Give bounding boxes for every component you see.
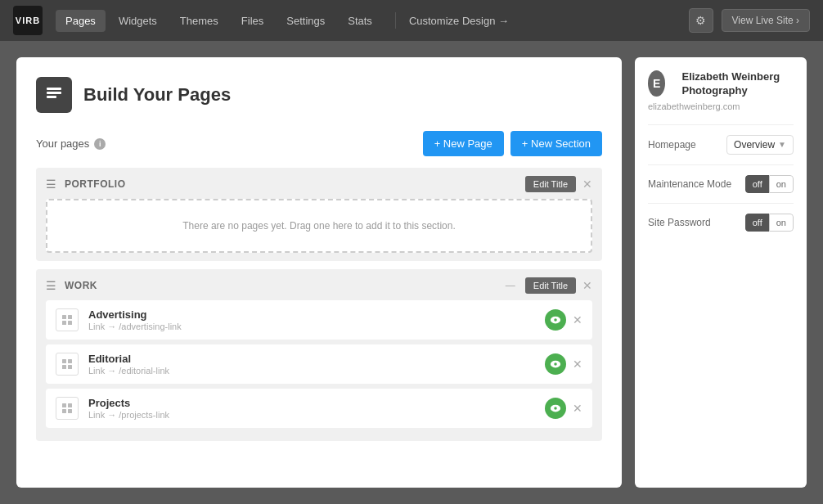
- page-item-advertising-info: Advertising Link → /advertising-link: [88, 308, 535, 331]
- site-header-row: E Elizabeth Weinberg Photography: [648, 70, 794, 98]
- svg-rect-2: [47, 96, 56, 98]
- homepage-label: Homepage: [648, 139, 696, 151]
- page-item-advertising-icon: [56, 308, 79, 331]
- nav-link-themes[interactable]: Themes: [170, 10, 228, 32]
- section-work-header: ☰ WORK — Edit Title ✕: [46, 277, 592, 294]
- edit-title-work-button[interactable]: Edit Title: [525, 277, 576, 294]
- site-name: Elizabeth Weinberg Photography: [681, 70, 794, 98]
- divider-2: [648, 164, 794, 165]
- site-info: E Elizabeth Weinberg Photography elizabe…: [648, 70, 794, 111]
- section-portfolio: ☰ PORTFOLIO Edit Title ✕ There are no pa…: [36, 168, 602, 261]
- eye-icon: [550, 314, 561, 326]
- page-item-editorial: Editorial Link → /editorial-link ✕: [46, 344, 592, 384]
- delete-portfolio-button[interactable]: ✕: [582, 178, 592, 191]
- chevron-down-icon: ▼: [778, 140, 786, 149]
- visibility-advertising-button[interactable]: [545, 309, 566, 331]
- advertising-page-link: Link → /advertising-link: [88, 322, 535, 331]
- site-password-toggle: off on: [745, 214, 794, 232]
- delete-work-button[interactable]: ✕: [582, 279, 592, 292]
- page-item-projects-icon: [56, 397, 79, 420]
- site-url: elizabethweinberg.com: [648, 101, 794, 111]
- visibility-editorial-button[interactable]: [545, 353, 566, 375]
- new-page-button[interactable]: + New Page: [423, 131, 504, 156]
- section-work-drag-icon: ☰: [46, 279, 56, 292]
- svg-rect-17: [62, 409, 66, 413]
- section-drag-icon: ☰: [46, 178, 56, 191]
- left-panel: Build Your Pages Your pages i + New Page…: [16, 57, 622, 488]
- customize-design-link[interactable]: Customize Design →: [409, 15, 509, 27]
- maintenance-on-button[interactable]: on: [769, 175, 794, 193]
- nav-link-settings[interactable]: Settings: [277, 10, 335, 32]
- svg-rect-18: [68, 409, 72, 413]
- new-section-button[interactable]: + New Section: [510, 131, 602, 156]
- nav-right: ⚙ View Live Site ›: [689, 8, 810, 33]
- svg-rect-16: [68, 403, 72, 407]
- svg-rect-6: [68, 321, 72, 325]
- svg-rect-4: [68, 315, 72, 319]
- toolbar-buttons: + New Page + New Section: [423, 131, 602, 156]
- svg-rect-11: [62, 365, 66, 369]
- svg-rect-15: [62, 403, 66, 407]
- svg-rect-5: [62, 321, 66, 325]
- homepage-dropdown[interactable]: Overview ▼: [726, 135, 794, 155]
- nav-link-pages[interactable]: Pages: [56, 10, 106, 32]
- site-name-block: Elizabeth Weinberg Photography: [681, 70, 794, 98]
- svg-rect-10: [68, 359, 72, 363]
- eye-icon: [550, 403, 561, 414]
- maintenance-off-button[interactable]: off: [745, 175, 769, 193]
- page-item-projects-info: Projects Link → /projects-link: [88, 397, 535, 420]
- maintenance-mode-label: Maintenance Mode: [648, 178, 731, 190]
- svg-point-8: [554, 318, 557, 322]
- pages-icon: [44, 85, 64, 105]
- delete-projects-button[interactable]: ✕: [573, 402, 582, 415]
- main-content: Build Your Pages Your pages i + New Page…: [0, 41, 823, 504]
- top-navigation: VIRB Pages Widgets Themes Files Settings…: [0, 0, 823, 41]
- svg-point-14: [554, 362, 557, 366]
- section-work-actions: — Edit Title ✕: [506, 277, 592, 294]
- delete-editorial-button[interactable]: ✕: [573, 358, 582, 371]
- advertising-page-name: Advertising: [88, 308, 535, 321]
- advertising-page-actions: ✕: [545, 309, 582, 331]
- page-item-editorial-info: Editorial Link → /editorial-link: [88, 353, 535, 376]
- portfolio-empty-message: There are no pages yet. Drag one here to…: [46, 199, 592, 253]
- settings-gear-button[interactable]: ⚙: [689, 8, 713, 33]
- site-password-row: Site Password off on: [648, 214, 794, 232]
- page-header: Build Your Pages: [36, 77, 602, 113]
- nav-links: Pages Widgets Themes Files Settings Stat…: [56, 10, 689, 32]
- projects-page-actions: ✕: [545, 398, 582, 419]
- section-portfolio-left: ☰ PORTFOLIO: [46, 178, 126, 191]
- editorial-page-name: Editorial: [88, 353, 535, 365]
- nav-link-stats[interactable]: Stats: [338, 10, 382, 32]
- svg-point-20: [554, 407, 557, 410]
- svg-rect-3: [62, 315, 66, 319]
- logo-text: VIRB: [16, 16, 40, 25]
- divider-3: [648, 203, 794, 204]
- logo[interactable]: VIRB: [13, 6, 43, 35]
- page-title: Build Your Pages: [83, 84, 231, 106]
- password-off-button[interactable]: off: [745, 214, 769, 232]
- right-panel: E Elizabeth Weinberg Photography elizabe…: [635, 57, 807, 488]
- nav-link-files[interactable]: Files: [232, 10, 273, 32]
- page-icon: [36, 77, 72, 113]
- page-item-projects: Projects Link → /projects-link ✕: [46, 389, 592, 428]
- section-work-left: ☰ WORK: [46, 279, 97, 292]
- delete-advertising-button[interactable]: ✕: [573, 313, 582, 326]
- gear-icon: ⚙: [695, 14, 706, 27]
- edit-title-portfolio-button[interactable]: Edit Title: [525, 176, 576, 192]
- section-portfolio-header: ☰ PORTFOLIO Edit Title ✕: [46, 176, 592, 192]
- maintenance-mode-row: Maintenance Mode off on: [648, 175, 794, 193]
- svg-rect-0: [47, 88, 61, 90]
- view-live-site-button[interactable]: View Live Site ›: [722, 9, 810, 32]
- password-on-button[interactable]: on: [769, 214, 794, 232]
- pages-toolbar: Your pages i + New Page + New Section: [36, 131, 602, 156]
- section-work-name: WORK: [65, 280, 97, 291]
- info-icon[interactable]: i: [94, 138, 106, 150]
- section-work: ☰ WORK — Edit Title ✕ Advertising Link →…: [36, 269, 602, 441]
- collapse-work-button[interactable]: —: [506, 280, 515, 291]
- visibility-projects-button[interactable]: [545, 398, 566, 419]
- nav-link-widgets[interactable]: Widgets: [109, 10, 167, 32]
- editorial-page-actions: ✕: [545, 353, 582, 375]
- svg-rect-9: [62, 359, 66, 363]
- homepage-setting-row: Homepage Overview ▼: [648, 135, 794, 155]
- svg-rect-1: [47, 92, 61, 94]
